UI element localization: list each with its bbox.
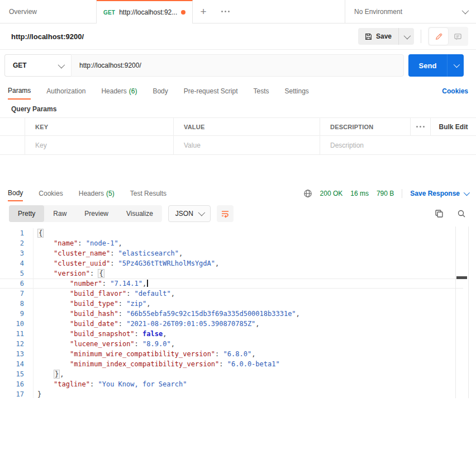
tab-response-body[interactable]: Body [8,185,23,201]
view-label: Pretty [18,210,35,218]
tab-overview[interactable]: Overview [0,0,97,23]
response-meta: 200 OK 16 ms 790 B Save Response [303,185,468,201]
tab-label: Test Results [130,190,166,197]
row-handle-cell [0,136,25,154]
format-select[interactable]: JSON [168,205,211,222]
tab-label: Headers [79,190,104,197]
column-options-button[interactable] [410,118,430,135]
code-line: 15}, [0,369,476,379]
response-time[interactable]: 16 ms [350,190,369,197]
request-title: http://localhost:9200/ [11,32,84,41]
row-handle-cell [0,118,25,135]
tab-label: Params [8,87,31,95]
tab-overview-label: Overview [9,8,37,16]
description-placeholder: Description [330,141,364,149]
view-pretty[interactable]: Pretty [9,205,44,222]
column-header-description: DESCRIPTION [320,118,410,135]
line-number: 16 [0,379,34,389]
floppy-icon [365,33,372,40]
chevron-down-icon [198,209,205,216]
line-number: 9 [0,309,34,319]
view-preview[interactable]: Preview [75,205,117,222]
line-number: 2 [0,238,34,248]
line-number: 3 [0,248,34,258]
bulk-edit-button[interactable]: Bulk Edit [430,118,476,135]
code-line: 2"name": "node-1", [0,238,476,248]
save-response-button[interactable]: Save Response [410,190,468,197]
toolbar-actions: Save [358,27,468,46]
response-size[interactable]: 790 B [377,190,394,197]
tab-response-headers[interactable]: Headers(5) [79,185,115,201]
tab-body[interactable]: Body [153,82,168,100]
comment-button[interactable] [448,28,467,45]
save-button[interactable]: Save [358,28,398,45]
send-button[interactable]: Send [408,54,447,77]
new-tab-button[interactable]: + [193,0,214,23]
globe-icon[interactable] [303,189,312,198]
method-value: GET [13,62,27,69]
line-number: 14 [0,359,34,369]
line-number: 1 [0,228,34,238]
tab-pre-request-script[interactable]: Pre-request Script [184,82,238,100]
description-input[interactable]: Description [320,136,476,154]
url-input[interactable]: http://localhost:9200/ [71,54,404,77]
code-line: 7"build_flavor": "default", [0,289,476,299]
response-body-editor[interactable]: 1{2"name": "node-1",3"cluster_name": "el… [0,226,476,398]
tab-label: Cookies [39,190,63,197]
line-number: 5 [0,268,34,279]
tab-label: Tests [253,87,269,95]
cookies-link[interactable]: Cookies [442,82,468,100]
wrap-text-icon [221,209,230,218]
tab-options-button[interactable] [214,0,236,23]
divider [421,30,421,43]
tab-request-active[interactable]: GET http://localhost:92... [97,0,193,23]
request-toolbar: http://localhost:9200/ Save [0,23,476,50]
code-line: 9"build_hash": "66b55ebfa59c92c15db3f69a… [0,309,476,319]
send-options-button[interactable] [447,54,464,77]
tab-response-cookies[interactable]: Cookies [39,185,63,201]
value-input[interactable]: Value [173,136,320,154]
save-options-button[interactable] [398,28,414,45]
tab-settings[interactable]: Settings [285,82,309,100]
tab-label: Settings [285,87,309,95]
pencil-icon [435,32,443,41]
copy-icon[interactable] [435,209,444,218]
code-line: 17} [0,389,476,398]
unsaved-dot-icon [181,10,185,15]
code-line: 6"number": "7.14.1", [0,279,476,289]
response-tabs: Body Cookies Headers(5) Test Results 200… [0,185,476,201]
send-button-label: Send [419,62,437,70]
line-number: 12 [0,339,34,349]
key-input[interactable]: Key [25,136,173,154]
code-line: 1{ [0,228,476,238]
code-line: 8"build_type": "zip", [0,299,476,309]
key-placeholder: Key [35,141,47,149]
tab-tests[interactable]: Tests [253,82,269,100]
view-raw[interactable]: Raw [44,205,75,222]
tab-test-results[interactable]: Test Results [130,185,166,201]
view-mode-switcher: Pretty Raw Preview Visualize [9,205,162,222]
response-tools [435,209,466,218]
chevron-down-icon [404,32,411,39]
edit-request-button[interactable] [429,28,448,45]
format-value: JSON [175,210,193,218]
line-number: 4 [0,258,34,268]
tab-params[interactable]: Params [8,82,31,100]
line-number: 10 [0,319,34,329]
view-label: Raw [53,210,66,218]
search-icon[interactable] [457,209,466,218]
view-visualize[interactable]: Visualize [117,205,162,222]
url-builder: GET http://localhost:9200/ Send [4,54,464,77]
tab-authorization[interactable]: Authorization [46,82,85,100]
code-line: 10"build_date": "2021-08-26T09:01:05.390… [0,319,476,329]
tab-headers[interactable]: Headers(6) [101,82,137,100]
wrap-text-button[interactable] [217,205,234,222]
save-response-label: Save Response [410,190,460,197]
tab-label: Authorization [46,87,85,95]
more-icon [416,126,418,128]
code-line: 5"version": { [0,268,476,279]
environment-selector[interactable]: No Environment [345,0,476,23]
status-badge[interactable]: 200 OK [320,190,343,197]
method-select[interactable]: GET [4,54,71,77]
comment-icon [454,32,462,41]
